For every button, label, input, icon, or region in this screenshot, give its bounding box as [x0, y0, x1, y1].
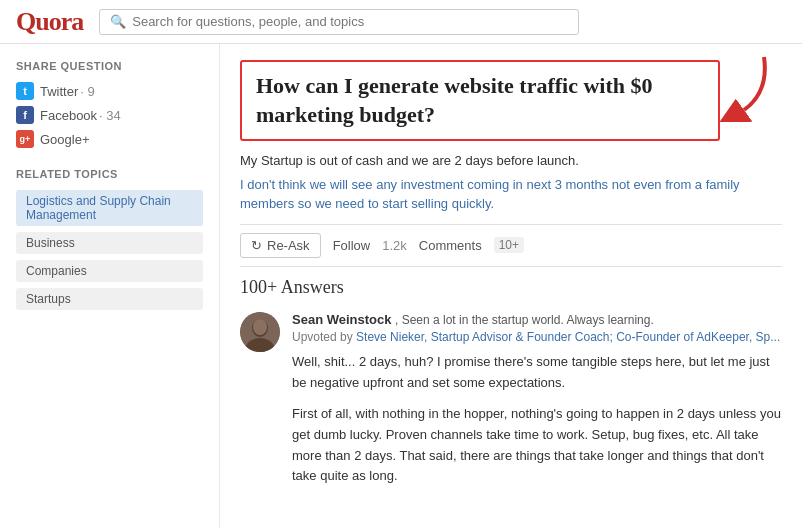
sidebar: SHARE QUESTION t Twitter · 9 f Facebook …: [0, 44, 220, 528]
main-layout: SHARE QUESTION t Twitter · 9 f Facebook …: [0, 44, 802, 528]
topic-logistics[interactable]: Logistics and Supply Chain Management: [16, 190, 203, 226]
context-line2-link: I don't think we will see any investment…: [240, 177, 740, 212]
answer-body: Well, shit... 2 days, huh? I promise the…: [292, 352, 782, 487]
reask-label: Re-Ask: [267, 238, 310, 253]
arrow-annotation: [684, 52, 774, 126]
answerer-bio: , Seen a lot in the startup world. Alway…: [395, 313, 654, 327]
topic-business[interactable]: Business: [16, 232, 203, 254]
reask-icon: ↻: [251, 238, 262, 253]
twitter-count: · 9: [80, 84, 94, 99]
comments-count: 10+: [494, 237, 524, 253]
google-icon: g+: [16, 130, 34, 148]
context-line2: I don't think we will see any investment…: [240, 175, 760, 214]
search-input[interactable]: [132, 14, 568, 29]
question-box: How can I generate website traffic with …: [240, 60, 720, 141]
content-area: How can I generate website traffic with …: [220, 44, 802, 528]
topic-startups[interactable]: Startups: [16, 288, 203, 310]
avatar: [240, 312, 280, 352]
facebook-count: · 34: [99, 108, 121, 123]
answer-paragraph-1: Well, shit... 2 days, huh? I promise the…: [292, 352, 782, 394]
share-google[interactable]: g+ Google+: [16, 130, 203, 148]
share-twitter[interactable]: t Twitter · 9: [16, 82, 203, 100]
answer-paragraph-2: First of all, with nothing in the hopper…: [292, 404, 782, 487]
follow-count: 1.2k: [382, 238, 407, 253]
search-bar[interactable]: 🔍: [99, 9, 579, 35]
twitter-label: Twitter: [40, 84, 78, 99]
follow-label[interactable]: Follow: [333, 238, 371, 253]
topic-companies[interactable]: Companies: [16, 260, 203, 282]
quora-logo: Quora: [16, 7, 83, 37]
answer-meta: Sean Weinstock , Seen a lot in the start…: [292, 312, 782, 498]
svg-point-4: [253, 319, 267, 335]
reask-button[interactable]: ↻ Re-Ask: [240, 233, 321, 258]
context-line1: My Startup is out of cash and we are 2 d…: [240, 151, 760, 171]
header: Quora 🔍: [0, 0, 802, 44]
facebook-label: Facebook: [40, 108, 97, 123]
upvote-text: Upvoted by Steve Nieker, Startup Advisor…: [292, 330, 782, 344]
related-topics-section: RELATED TOPICS Logistics and Supply Chai…: [16, 168, 203, 316]
share-facebook[interactable]: f Facebook · 34: [16, 106, 203, 124]
upvote-link[interactable]: Steve Nieker, Startup Advisor & Founder …: [356, 330, 780, 344]
question-title: How can I generate website traffic with …: [256, 72, 704, 129]
answerer-name[interactable]: Sean Weinstock: [292, 312, 391, 327]
comments-label[interactable]: Comments: [419, 238, 482, 253]
action-bar: ↻ Re-Ask Follow 1.2k Comments 10+: [240, 224, 782, 267]
related-topics-title: RELATED TOPICS: [16, 168, 203, 180]
share-section-title: SHARE QUESTION: [16, 60, 203, 72]
google-label: Google+: [40, 132, 90, 147]
facebook-icon: f: [16, 106, 34, 124]
search-icon: 🔍: [110, 14, 126, 30]
answer-item: Sean Weinstock , Seen a lot in the start…: [240, 312, 782, 498]
answers-title: 100+ Answers: [240, 277, 782, 298]
twitter-icon: t: [16, 82, 34, 100]
